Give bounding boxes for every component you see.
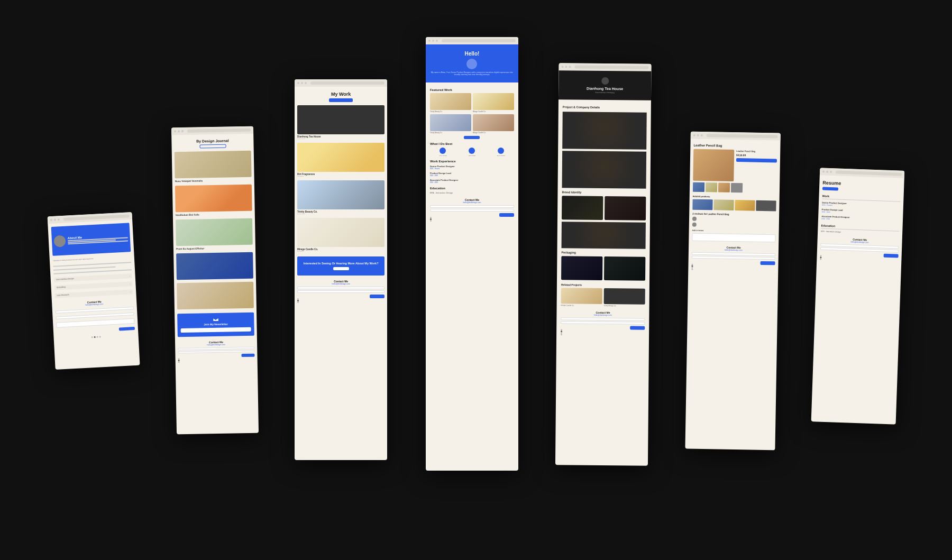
related-grid-5: Mirage Candle Co. Trinity Beauty Co. [561,288,645,307]
work-col-2: Mirage Candle Co. [473,93,514,113]
reviewer-avatar-1 [692,216,697,221]
skill-arrow-1: › [130,274,131,277]
pagination-3 [297,298,385,303]
c5-submit[interactable] [630,326,645,329]
review-input[interactable] [692,233,775,242]
c6-input-2[interactable] [691,255,775,260]
exp-sub-1: 2020 - Present [430,168,514,170]
p3-dot-3 [297,301,299,303]
c6-input-1[interactable] [691,252,775,256]
hero-avatar-4 [466,59,477,69]
blog-item-5 [177,281,254,309]
message-input-1[interactable] [56,318,134,327]
c4-submit[interactable] [499,213,514,217]
download-btn[interactable] [822,187,838,190]
skill-row-3[interactable]: User Research › [55,289,133,298]
c5-input-2[interactable] [561,321,645,324]
rp-3 [735,200,755,211]
product-img-6 [693,149,734,181]
cta-title-3: Interested In Seeing Or Hearing More Abo… [301,262,380,265]
newsletter-title: Join My Newsletter [181,322,251,326]
work-img-4 [297,218,385,247]
dot-4 [99,335,101,337]
rp-4 [756,200,776,211]
review-box: 2 reviews for Leather Pencil Bag Add a [692,212,776,242]
dot-1 [91,336,93,337]
related-title-5: Related Projects [561,283,645,287]
dark-hero-5: Dianhong Tea House Brand Identity & Pack… [559,70,651,100]
contact-btn-2[interactable] [242,353,255,356]
skill-row-2[interactable]: Storytelling › [54,281,133,290]
skill-name-3: Brand Identity [488,155,514,157]
tea-logo [601,77,609,84]
newsletter-icon [213,317,218,320]
browser-bar-3 [295,79,387,87]
dark-main-img [562,112,647,149]
card-portfolio-hello: Hello! My name is Brian, I'm a Senior Pr… [426,37,518,471]
contact-section-3: Contact Me hello@divldesign.com [297,280,385,285]
blog-item-4 [176,252,253,280]
work-item-2: Dirt Fragrances Packaging [297,143,385,177]
related-products-label: Related products [692,195,776,199]
b3-dot-2 [301,82,303,84]
work-desc-2: Packaging [297,176,385,177]
contact-section-1: Contact Me hello@divldesign.com [55,298,133,307]
skill-row-1[interactable]: User Interface Design › [54,273,132,282]
project-details-title: Project & Company Details [563,105,647,109]
blog-item-2: Vestibulum Bisi Felis [175,184,252,216]
b2-dot-1 [174,130,176,132]
add-to-cart-btn[interactable] [736,158,777,162]
edu-title-4: Education [430,187,514,190]
b7-dot-1 [823,170,825,172]
view-more-btn-4[interactable] [464,136,480,139]
c3-submit[interactable] [370,295,385,298]
main-stage: About Me I specialize in creating immers… [0,0,952,560]
resume-title: Resume [823,180,901,188]
exp-item-3: Associate Product Designer 2016 - 2018 [430,179,514,183]
blog-img-3 [176,218,253,246]
c3-input-1[interactable] [297,287,385,289]
b4-dot-2 [432,40,434,42]
c6-submit[interactable] [760,261,775,264]
name-input-1[interactable] [56,306,134,313]
add-review-label: Add a review [692,229,775,233]
reviewer-1 [692,216,776,222]
skill-name-2: Web Design [459,155,485,157]
section-body-5: Project & Company Details Brand Identity… [556,99,651,339]
skill-icon-2 [469,148,475,154]
product-related-imgs [693,182,776,193]
view-all-btn-2[interactable] [199,144,226,148]
skill-box-1: UX/UI Design [430,148,456,157]
pagination-5 [561,329,645,336]
section-body-4: Featured Work Trinity Beauty Co. Mirage … [426,82,518,224]
dot-3 [97,336,98,337]
rel-img-4 [731,182,743,192]
reviewer-2 [692,222,775,228]
rel-img-1 [693,182,704,191]
blog-img-4 [176,252,253,280]
submit-btn-1[interactable] [119,326,135,331]
view-all-btn-3[interactable] [329,98,353,102]
newsletter-input[interactable] [181,327,251,332]
contact-input-2[interactable] [178,346,254,350]
cta-btn-3[interactable] [333,267,349,270]
about-text-block: About Me [68,233,129,244]
exp-item-1: Senior Product Designer 2020 - Present [430,165,514,170]
c3-input-2[interactable] [297,290,385,293]
contact-input-2b[interactable] [178,350,255,353]
c5-input-1[interactable] [561,317,645,320]
b7-dot-2 [827,170,829,172]
related-label-1: Mirage Candle Co. [561,304,602,307]
email-input-1[interactable] [56,312,134,319]
p4-dot-3 [430,220,432,222]
skill-box-3: Brand Identity [488,148,514,157]
c4-input-1[interactable] [430,205,514,208]
work-title: My Work [297,91,385,97]
what-i-do-title: What I Do Best [430,142,514,145]
pkg-thumb-2 [604,256,645,281]
p2-dot-3 [178,361,180,363]
hero-blue-4: Hello! My name is Brian, I'm a Senior Pr… [426,44,518,83]
work-item-1: Dianhong Tea House Brand Identity [297,105,385,140]
c4-input-2[interactable] [430,209,514,212]
work-exp-title: Work Experience [430,160,514,163]
